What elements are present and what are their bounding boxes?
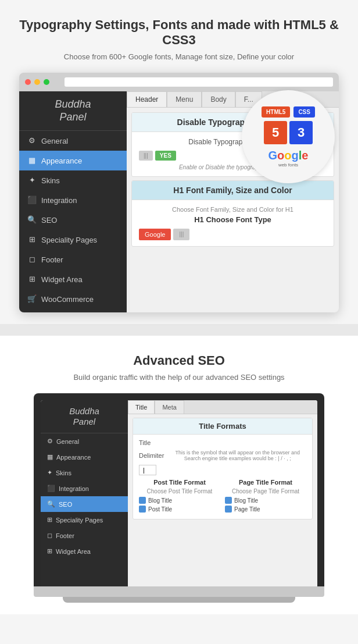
delimiter-row: Delimiter This is the symbol that will a… (139, 450, 306, 461)
toggle-off[interactable]: ||| (139, 151, 153, 161)
search-icon: 🔍 (27, 215, 37, 225)
l-sidebar-general[interactable]: ⚙ General (41, 433, 128, 449)
delimiter-label: Delimiter (139, 452, 164, 459)
l-tab-meta[interactable]: Meta (155, 400, 184, 414)
tech-badge: HTML5 CSS 5 3 Google web fonts (242, 90, 335, 183)
blog-title-check-left: Blog Title (139, 497, 220, 504)
section2-title: Advanced SEO (12, 353, 346, 368)
laptop-screen: Buddha Panel ⚙ General ▦ Appearance ✦ (41, 400, 317, 586)
page-title-label: Page Title (234, 506, 260, 513)
browser-bar (19, 73, 339, 91)
sidebar-item-general[interactable]: ⚙ General (19, 131, 127, 151)
css3-icon: 3 (289, 121, 313, 144)
l-sun-icon: ✦ (47, 469, 52, 476)
l-tab-bar: Title Meta (128, 400, 317, 414)
page-title-checkbox[interactable] (225, 506, 232, 513)
html5-css3-labels: HTML5 CSS (262, 106, 315, 118)
sidebar-item-skins[interactable]: ✦ Skins (19, 170, 127, 190)
tab-body[interactable]: Body (202, 91, 235, 107)
title-formats-header: Title Formats (133, 418, 312, 435)
section1-subtitle: Choose from 600+ Google fonts, Manage fo… (12, 52, 346, 61)
cart-icon: 🛒 (27, 294, 37, 304)
h1-subtitle: Choose Font Family, Size and Color for H… (139, 206, 327, 213)
laptop-screen-outer: Buddha Panel ⚙ General ▦ Appearance ✦ (34, 393, 324, 586)
blog-title-checkbox-left[interactable] (139, 497, 146, 504)
tab-menu[interactable]: Menu (167, 91, 202, 107)
html5-icon: 5 (264, 121, 287, 144)
delimiter-input[interactable] (139, 465, 156, 475)
blog-title-right-label: Blog Title (234, 497, 258, 504)
laptop-wrap: Buddha Panel ⚙ General ▦ Appearance ✦ (12, 393, 346, 603)
l-widget-icon: ⊞ (47, 547, 52, 555)
h1-font-block: H1 Font Family, Size and Color Choose Fo… (131, 180, 334, 247)
browser-url (65, 77, 333, 87)
l-sidebar-widget[interactable]: ⊞ Widget Area (41, 543, 128, 559)
post-title-sub: Choose Post Title Format (139, 488, 220, 494)
title-formats-body: Title Delimiter This is the symbol that … (133, 435, 312, 519)
google-font-btn[interactable]: Google (139, 229, 171, 240)
dot-red (25, 79, 31, 85)
l-sidebar-seo[interactable]: 🔍 SEO (41, 496, 128, 512)
page-title-check: Page Title (225, 506, 306, 513)
file-icon: ◻ (27, 255, 37, 264)
page-title-format-label: Page Title Format (225, 479, 306, 486)
laptop-base (34, 586, 324, 597)
l-sidebar-integration[interactable]: ⬛ Integration (41, 481, 128, 496)
dot-green (44, 79, 49, 85)
laptop-sidebar-logo: Buddha Panel (41, 400, 128, 433)
two-col-section: Post Title Format Choose Post Title Form… (139, 479, 306, 514)
title-formats-block: Title Formats Title Delimiter This is th… (133, 418, 313, 520)
sidebar-logo: Buddha Panel (19, 91, 127, 131)
l-file-icon: ◻ (47, 532, 52, 539)
section1-title: Typography Settings, Fonts and made with… (12, 17, 346, 48)
l-tab-title[interactable]: Title (128, 400, 155, 414)
sidebar-item-footer[interactable]: ◻ Footer (19, 250, 127, 269)
sidebar: Buddha Panel ⚙ General ▦ Appearance ✦ Sk… (19, 91, 127, 312)
title-label: Title (139, 439, 151, 446)
laptop-foot (63, 597, 295, 603)
l-table-icon: ⊞ (47, 516, 52, 524)
css3-num-label: 3 (298, 125, 305, 140)
blog-title-checkbox-right[interactable] (225, 497, 232, 504)
sidebar-item-appearance[interactable]: ▦ Appearance (19, 151, 127, 170)
post-title-checkbox[interactable] (139, 506, 146, 513)
h1-block-body: Choose Font Family, Size and Color for H… (132, 200, 334, 246)
post-title-check: Post Title (139, 506, 220, 513)
grid-icon: ▦ (27, 156, 37, 165)
font-toggle-off[interactable]: ||| (173, 229, 189, 240)
section-separator (0, 324, 358, 336)
table-icon: ⊞ (27, 235, 37, 244)
sidebar-item-woocommerce[interactable]: 🛒 WooCommerce (19, 289, 127, 309)
sidebar-item-integration[interactable]: ⬛ Integration (19, 190, 127, 210)
l-content: Title Formats Title Delimiter This is th… (128, 414, 317, 525)
post-title-format-label: Post Title Format (139, 479, 220, 486)
title-row: Title (139, 439, 306, 446)
toggle-on[interactable]: YES (155, 151, 176, 161)
webfonts-text: web fonts (278, 162, 298, 168)
sidebar-item-speciality[interactable]: ⊞ Speciality Pages (19, 230, 127, 250)
tab-header[interactable]: Header (127, 91, 167, 107)
l-grid-icon: ▦ (47, 453, 53, 461)
h1-block-header: H1 Font Family, Size and Color (132, 181, 334, 200)
google-logo: Google (268, 149, 309, 162)
blog-title-left-label: Blog Title (148, 497, 172, 504)
l-sidebar-speciality[interactable]: ⊞ Speciality Pages (41, 512, 128, 528)
widget-icon: ⊞ (27, 275, 37, 284)
l-gear-icon: ⚙ (47, 437, 53, 445)
page-title-col: Page Title Format Choose Page Title Form… (225, 479, 306, 514)
delimiter-help: This is the symbol that will appear on t… (169, 450, 306, 461)
l-puzzle-icon: ⬛ (47, 485, 55, 492)
section1: Typography Settings, Fonts and made with… (0, 0, 358, 324)
html5-label: HTML5 (262, 106, 290, 118)
l-sidebar-skins[interactable]: ✦ Skins (41, 465, 128, 481)
sidebar-item-seo[interactable]: 🔍 SEO (19, 210, 127, 230)
l-sidebar-appearance[interactable]: ▦ Appearance (41, 449, 128, 465)
l-search-icon: 🔍 (47, 500, 55, 508)
l-sidebar-footer[interactable]: ◻ Footer (41, 528, 128, 543)
post-title-col: Post Title Format Choose Post Title Form… (139, 479, 220, 514)
gear-icon: ⚙ (27, 136, 37, 145)
section2: Advanced SEO Build organic traffic with … (0, 336, 358, 614)
badge-icons: 5 3 (264, 121, 313, 144)
sidebar-item-widget[interactable]: ⊞ Widget Area (19, 269, 127, 289)
laptop-sidebar: Buddha Panel ⚙ General ▦ Appearance ✦ (41, 400, 128, 586)
